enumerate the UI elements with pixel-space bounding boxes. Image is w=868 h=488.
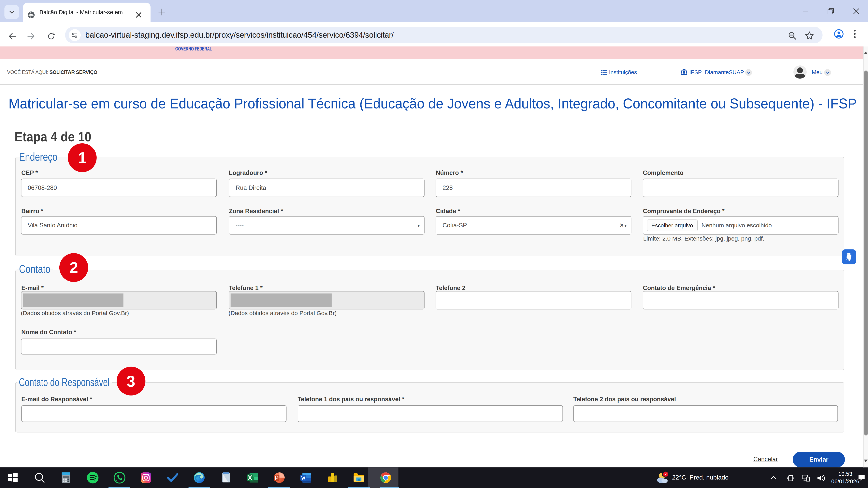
svg-text:2: 2 — [664, 472, 667, 476]
